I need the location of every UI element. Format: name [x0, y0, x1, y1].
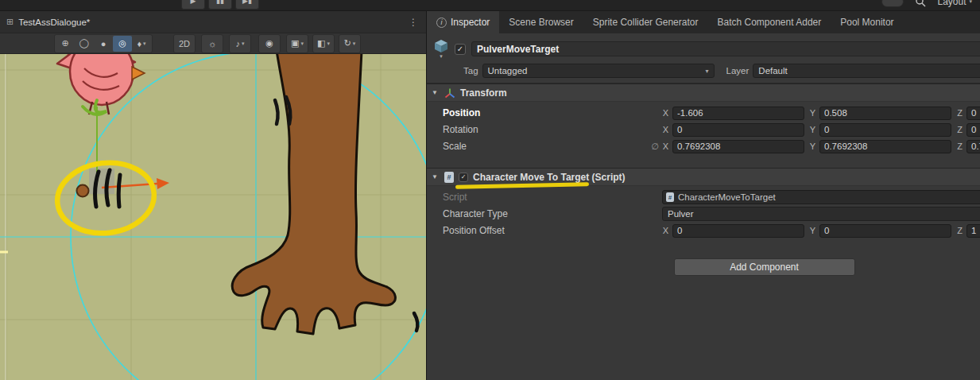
x-label: X [662, 142, 669, 151]
scene-camera-button[interactable]: ◧▾ [314, 36, 333, 52]
search-icon[interactable] [915, 0, 926, 7]
scene-tab-title[interactable]: TestAssDialogue* [18, 17, 90, 27]
layout-label: Layout [937, 0, 966, 7]
offset-y-field[interactable] [819, 224, 951, 238]
position-offset-label[interactable]: Position Offset [443, 225, 648, 236]
check-icon: ✓ [457, 45, 463, 53]
script-value: CharacterMoveToTarget [678, 192, 776, 202]
script-row: Script # CharacterMoveToTarget ⊙ [430, 189, 980, 205]
constrain-proportions-icon[interactable]: ∅ [648, 142, 662, 152]
inspector-tabbar: i Inspector Scene Browser Sprite Collide… [427, 11, 980, 33]
scene-tab-menu-icon[interactable]: ⋮ [407, 17, 420, 28]
tab-label: Sprite Collider Generator [593, 17, 699, 28]
layer-value: Default [758, 66, 787, 76]
play-button[interactable]: ▶ [181, 0, 205, 10]
cube-icon [433, 39, 449, 53]
audio-icon: ♪ [235, 39, 240, 48]
character-type-label[interactable]: Character Type [443, 208, 648, 219]
more-tools-button[interactable]: ♦▾ [132, 36, 151, 52]
position-y-field[interactable] [819, 107, 951, 120]
view-tool-button[interactable]: ⊕ [56, 36, 75, 52]
scale-x-field[interactable] [672, 140, 804, 153]
tab-pool-monitor[interactable]: Pool Monitor [831, 11, 903, 33]
tag-label: Tag [463, 66, 478, 76]
editor-topbar: ▶ ▮▮ ▶▮ Layout ▾ [0, 0, 980, 11]
tab-scene-browser[interactable]: Scene Browser [499, 11, 583, 33]
y-label: Y [809, 108, 816, 118]
transform-title: Transform [460, 87, 507, 99]
gizmos-menu-button[interactable]: ↻▾ [340, 36, 359, 52]
x-label: X [662, 108, 669, 118]
script-label: Script [443, 192, 648, 203]
foldout-icon[interactable]: ▼ [432, 89, 440, 96]
foldout-icon[interactable]: ▼ [432, 173, 440, 180]
inspector-panel: i Inspector Scene Browser Sprite Collide… [427, 11, 980, 380]
tab-label: Inspector [451, 17, 490, 28]
scale-tool-icon: ◎ [118, 38, 126, 48]
tag-value: Untagged [488, 66, 528, 76]
move-script-header[interactable]: ▼ # ✓ Character Move To Target (Script) … [427, 169, 980, 186]
layer-dropdown[interactable]: Default ▾ [753, 64, 980, 78]
scene-toolbar: ⊕ ◯ ● ◎ ♦▾ 2D ☼ ♪▾ ◉ ▣▾ ◧▾ ↻▾ [0, 33, 426, 54]
tools-overlay: ⊕ ◯ ● ◎ ♦▾ [54, 34, 153, 53]
tag-dropdown[interactable]: Untagged ▾ [482, 64, 715, 78]
scene-tab-icon: ⊞ [6, 17, 14, 27]
move-target-dot [77, 185, 89, 197]
position-label[interactable]: Position [443, 107, 648, 118]
layout-dropdown[interactable]: Layout ▾ [937, 0, 972, 7]
move-tool-button[interactable]: ◯ [75, 36, 94, 52]
gameobject-name-field[interactable] [471, 41, 980, 56]
unity-editor-window: ▶ ▮▮ ▶▮ Layout ▾ ⊞ TestAssDialogue* ⋮ [0, 0, 980, 380]
rotation-z-field[interactable] [966, 123, 980, 137]
y-label: Y [809, 125, 816, 134]
tab-inspector[interactable]: i Inspector [427, 11, 499, 33]
position-row: Position X Y Z [430, 105, 980, 121]
rotate-tool-icon: ● [101, 39, 107, 48]
rotate-tool-button[interactable]: ● [94, 36, 113, 52]
tab-batch-component-adder[interactable]: Batch Component Adder [707, 11, 831, 33]
transform-icon [444, 87, 455, 99]
csharp-script-icon: # [444, 172, 454, 183]
scene-visibility-button[interactable]: ◉ [260, 36, 279, 52]
check-icon: ✓ [461, 173, 467, 180]
y-label: Y [809, 142, 816, 151]
scale-y-field[interactable] [819, 140, 951, 153]
rotation-label[interactable]: Rotation [443, 124, 648, 135]
script-object-field[interactable]: # CharacterMoveToTarget ⊙ [662, 190, 980, 204]
add-component-button[interactable]: Add Component [674, 258, 855, 276]
scene-audio-button[interactable]: ♪▾ [230, 36, 250, 52]
scene-tabbar: ⊞ TestAssDialogue* ⋮ [0, 11, 426, 33]
lighting-icon: ☼ [208, 39, 216, 48]
scale-label[interactable]: Scale [443, 141, 648, 152]
2d-mode-button[interactable]: 2D [175, 36, 194, 52]
step-button[interactable]: ▶▮ [235, 0, 259, 10]
scene-fx-button[interactable]: ▣▾ [288, 36, 307, 52]
pause-button[interactable]: ▮▮ [208, 0, 232, 10]
position-x-field[interactable] [672, 107, 804, 120]
character-type-dropdown[interactable]: Pulver ▾ [662, 207, 980, 221]
tab-sprite-collider-generator[interactable]: Sprite Collider Generator [583, 11, 708, 33]
gameobject-header: ▾ ✓ Static ▾ Tag Untagged ▾ [427, 33, 980, 83]
scale-tool-button[interactable]: ◎ [113, 36, 132, 52]
step-icon: ▶▮ [242, 0, 252, 5]
chevron-down-icon: ▾ [143, 41, 146, 47]
z-label: Z [956, 125, 963, 134]
rotation-y-field[interactable] [819, 123, 951, 137]
services-button[interactable] [881, 0, 904, 7]
scene-viewport[interactable] [0, 54, 426, 380]
active-checkbox[interactable]: ✓ [455, 44, 466, 55]
component-enabled-checkbox[interactable]: ✓ [459, 173, 468, 182]
scale-z-field[interactable] [966, 140, 980, 153]
chevron-down-icon: ▾ [327, 41, 330, 47]
z-label: Z [956, 142, 963, 151]
layer-label: Layer [726, 66, 750, 76]
offset-x-field[interactable] [672, 224, 804, 238]
camera-icon: ◧ [317, 38, 325, 48]
rotation-x-field[interactable] [672, 123, 804, 137]
offset-z-field[interactable] [966, 224, 980, 238]
position-z-field[interactable] [966, 107, 980, 120]
transform-header[interactable]: ▼ Transform ? ⇄ ⋮ [427, 84, 980, 102]
move-script-component: ▼ # ✓ Character Move To Target (Script) … [427, 168, 980, 245]
gameobject-icon-group[interactable]: ▾ [433, 39, 449, 59]
scene-lighting-button[interactable]: ☼ [203, 36, 222, 52]
